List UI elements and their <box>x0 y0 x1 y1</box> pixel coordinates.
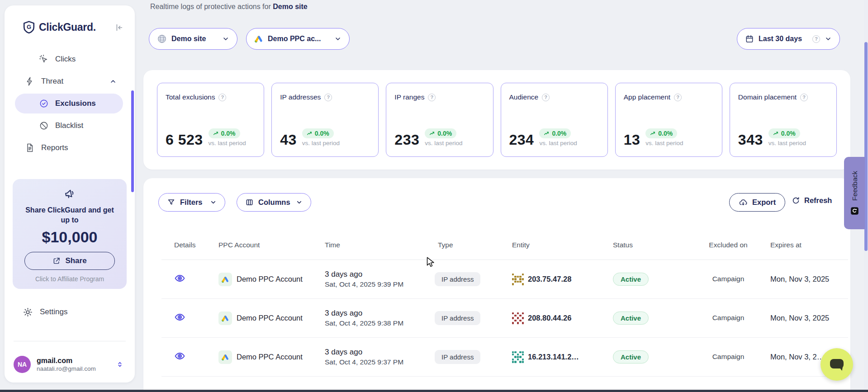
table-header: Details PPC Account Time Type Entity Sta… <box>161 231 848 260</box>
sidebar-item-blacklist[interactable]: Blacklist <box>5 116 135 136</box>
help-icon[interactable]: ? <box>542 94 550 101</box>
svg-text:G: G <box>27 24 31 30</box>
column-header[interactable]: Excluded on <box>706 241 751 250</box>
badge-check-icon <box>39 99 49 109</box>
stat-label: App placement <box>624 93 670 101</box>
page-subtitle: Realtime logs of protective actions for … <box>150 3 308 11</box>
column-header[interactable]: Time <box>317 241 430 249</box>
delta-badge: 0.0% <box>302 128 334 138</box>
table-body: Demo PPC Account 3 days ago Sat, Oct 4, … <box>161 260 848 392</box>
chevron-down-icon <box>210 199 217 206</box>
bottom-edge-strip <box>0 390 868 392</box>
sidebar-collapse-icon[interactable] <box>114 23 124 33</box>
sidebar-item-label: Blacklist <box>55 121 83 130</box>
column-header[interactable]: Status <box>606 241 706 249</box>
stat-caption: vs. last period <box>539 140 577 146</box>
stat-value: 343 <box>738 133 763 146</box>
chevron-down-icon <box>296 199 303 206</box>
columns-button[interactable]: Columns <box>237 193 311 212</box>
column-header[interactable]: Expires at <box>751 241 848 249</box>
stat-label: Domain placement <box>738 93 797 101</box>
chevron-down-icon <box>222 35 229 43</box>
sidebar-item-reports[interactable]: Reports <box>5 138 135 158</box>
excluded-on-value: Campaign <box>706 352 751 362</box>
entity-identicon <box>512 274 524 285</box>
help-icon[interactable]: ? <box>800 94 808 101</box>
sidebar-item-label: Threat <box>41 77 63 86</box>
type-badge: IP address <box>435 311 480 325</box>
filters-button[interactable]: Filters <box>158 193 225 212</box>
stats-row: Total exclusions ? 6 523 0.0% vs. last p… <box>157 83 837 157</box>
cursor-click-icon <box>39 54 49 64</box>
stat-value: 13 <box>624 133 640 146</box>
chevron-up-icon <box>109 78 117 85</box>
column-header[interactable]: Type <box>430 241 507 249</box>
refresh-button[interactable]: Refresh <box>792 196 832 205</box>
clickguard-logo-icon: G <box>23 21 35 33</box>
stat-value: 234 <box>509 133 534 146</box>
delta-badge: 0.0% <box>645 128 677 138</box>
sidebar-divider <box>14 341 126 341</box>
chat-launcher-button[interactable] <box>821 348 853 381</box>
help-icon[interactable]: ? <box>428 94 436 101</box>
details-eye-icon[interactable] <box>174 350 185 362</box>
refresh-icon <box>792 196 800 205</box>
promo-footer[interactable]: Click to Affiliate Program <box>13 275 127 283</box>
filters-button-label: Filters <box>180 198 203 207</box>
chat-bubble-icon <box>829 357 845 372</box>
stats-panel: Total exclusions ? 6 523 0.0% vs. last p… <box>143 70 850 170</box>
promo-amount: $10,000 <box>13 228 127 246</box>
stat-label: IP addresses <box>280 93 321 101</box>
stat-value: 43 <box>280 133 297 146</box>
subtitle-site-name: Demo site <box>273 3 307 10</box>
ppc-account-name: Demo PPC Account <box>237 275 303 283</box>
trend-up-icon <box>429 131 435 137</box>
entity-identicon <box>512 351 524 363</box>
table-row: Demo PPC Account 3 days ago Sat, Oct 4, … <box>161 260 848 299</box>
sidebar-item-threat[interactable]: Threat <box>5 71 135 91</box>
sidebar-scrollbar-thumb[interactable] <box>131 90 134 192</box>
entity-value: 208.80.44.26 <box>528 314 571 322</box>
document-icon <box>25 143 35 153</box>
share-button[interactable]: Share <box>24 252 115 270</box>
chevron-down-icon <box>334 35 342 43</box>
feedback-tab[interactable]: Feedback <box>844 157 865 229</box>
stat-caption: vs. last period <box>209 140 246 146</box>
expires-at-value: Mon, Nov 3, 2025 <box>751 314 848 322</box>
date-range-selector[interactable]: Last 30 days ? <box>737 28 840 50</box>
help-icon[interactable]: ? <box>218 94 226 101</box>
sidebar-item-label: Reports <box>41 143 68 152</box>
sidebar-item-settings[interactable]: Settings <box>5 302 135 322</box>
export-button[interactable]: Export <box>729 193 785 212</box>
trend-up-icon <box>213 131 219 137</box>
column-header[interactable]: Details <box>161 241 208 249</box>
help-icon[interactable]: ? <box>674 94 682 101</box>
details-eye-icon[interactable] <box>174 312 185 323</box>
sidebar-item-exclusions[interactable]: Exclusions <box>15 94 123 113</box>
columns-button-label: Columns <box>258 198 290 207</box>
sidebar-item-clicks[interactable]: Clicks <box>5 49 135 69</box>
sidebar-item-label: Clicks <box>55 55 76 64</box>
filter-icon <box>167 198 175 207</box>
help-icon[interactable]: ? <box>812 35 820 43</box>
type-badge: IP address <box>435 350 480 364</box>
details-eye-icon[interactable] <box>174 273 185 284</box>
stat-label: Audience <box>509 93 539 101</box>
trend-up-icon <box>650 131 656 137</box>
column-header[interactable]: Entity <box>507 241 606 249</box>
site-selector[interactable]: Demo site <box>149 28 237 50</box>
help-icon[interactable]: ? <box>324 94 332 101</box>
user-email: naatali.ro@gmail.com <box>37 365 96 372</box>
chevron-down-icon <box>825 35 832 43</box>
stat-value: 233 <box>394 133 419 146</box>
page-scrollbar-thumb[interactable] <box>864 42 868 251</box>
column-header[interactable]: PPC Account <box>208 241 317 249</box>
exclusions-table-panel: Filters Columns Export Refresh Details P… <box>143 178 850 392</box>
external-link-icon <box>52 257 61 265</box>
user-menu[interactable]: NA gmail.com naatali.ro@gmail.com <box>14 352 128 377</box>
brand-name: ClickGuard. <box>39 21 96 33</box>
stat-card: IP ranges ? 233 0.0% vs. last period <box>386 83 493 157</box>
cloud-download-icon <box>739 198 748 207</box>
time-absolute: Sat, Oct 4, 2025 9:38 PM <box>325 319 430 327</box>
ppc-account-selector[interactable]: Demo PPC ac... <box>246 28 350 50</box>
